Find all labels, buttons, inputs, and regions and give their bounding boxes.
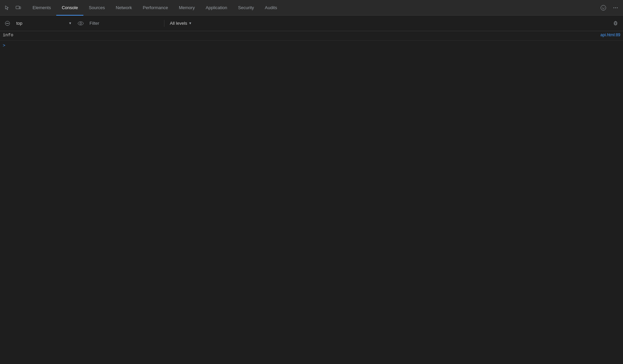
toolbar-divider (164, 20, 164, 27)
more-options-icon[interactable] (611, 3, 620, 13)
svg-point-5 (614, 7, 614, 8)
console-input-row: > (0, 41, 623, 50)
log-levels-button[interactable]: All levels ▼ (167, 19, 195, 27)
svg-point-10 (78, 22, 83, 25)
svg-rect-0 (16, 6, 19, 9)
tab-bar-right (599, 3, 620, 13)
tab-application[interactable]: Application (200, 0, 233, 16)
tab-sources[interactable]: Sources (83, 0, 110, 16)
log-levels-arrow: ▼ (188, 21, 192, 25)
feedback-icon[interactable] (599, 3, 608, 13)
tab-performance[interactable]: Performance (137, 0, 173, 16)
svg-point-7 (617, 7, 618, 8)
svg-point-3 (602, 7, 603, 7)
device-toggle-icon[interactable] (14, 3, 23, 13)
tab-console[interactable]: Console (56, 0, 83, 16)
tab-network[interactable]: Network (110, 0, 138, 16)
tab-bar-icons (3, 3, 23, 13)
tab-bar: Elements Console Sources Network Perform… (0, 0, 623, 16)
tab-security[interactable]: Security (233, 0, 259, 16)
console-message-text: info (3, 33, 600, 38)
tab-elements[interactable]: Elements (27, 0, 56, 16)
context-selector-label: top (16, 21, 67, 26)
console-prompt: > (3, 43, 5, 48)
console-source-link[interactable]: api.html:89 (600, 33, 620, 37)
console-log-row: info api.html:89 (0, 31, 623, 41)
preserve-log-button[interactable] (76, 19, 85, 28)
tab-memory[interactable]: Memory (174, 0, 200, 16)
console-content: info api.html:89 > (0, 31, 623, 364)
svg-point-4 (604, 7, 605, 7)
filter-input[interactable] (87, 19, 161, 27)
context-selector[interactable]: top ▼ (14, 19, 75, 27)
clear-console-button[interactable] (3, 19, 12, 28)
tab-audits[interactable]: Audits (259, 0, 282, 16)
svg-rect-1 (19, 7, 21, 9)
svg-point-12 (615, 22, 617, 24)
console-settings-button[interactable] (611, 19, 620, 28)
console-toolbar: top ▼ All levels ▼ (0, 16, 623, 31)
svg-point-2 (601, 5, 606, 10)
svg-point-6 (615, 7, 616, 8)
console-input[interactable] (7, 43, 620, 48)
context-selector-arrow: ▼ (68, 21, 72, 25)
inspect-element-icon[interactable] (3, 3, 12, 13)
svg-point-11 (80, 22, 82, 24)
